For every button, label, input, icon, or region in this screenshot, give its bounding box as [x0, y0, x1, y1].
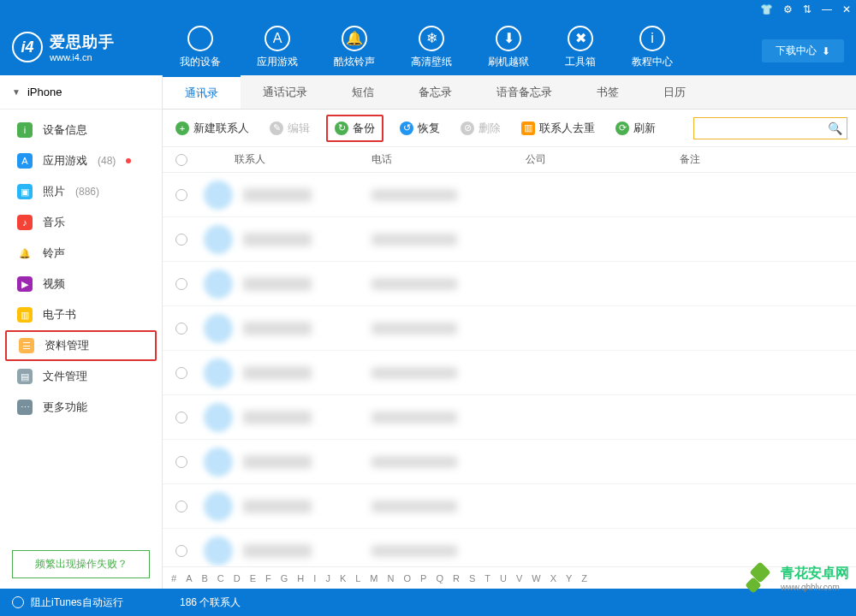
row-checkbox[interactable] — [175, 412, 187, 424]
refresh-icon: ⟳ — [615, 121, 629, 135]
alpha-M[interactable]: M — [370, 573, 377, 583]
delete-icon: ⊘ — [461, 121, 474, 135]
dedup-button[interactable]: ▥联系人去重 — [517, 118, 599, 139]
videos-icon: ▶ — [17, 276, 33, 292]
refresh-button[interactable]: ⟳刷新 — [611, 118, 660, 139]
sidebar-item-ebooks[interactable]: ▥电子书 — [0, 299, 162, 330]
alpha-D[interactable]: D — [234, 573, 241, 583]
row-checkbox[interactable] — [175, 456, 187, 468]
nav-jailbreak[interactable]: ⬇刷机越狱 — [488, 26, 529, 69]
settings-icon[interactable]: ⚙ — [783, 3, 793, 15]
tab-0[interactable]: 通讯录 — [163, 75, 241, 109]
alpha-Y[interactable]: Y — [566, 573, 572, 583]
alpha-Z[interactable]: Z — [581, 573, 587, 583]
edit-button[interactable]: ✎编辑 — [265, 118, 314, 139]
row-checkbox[interactable] — [175, 234, 187, 246]
sidebar-item-files[interactable]: ▤文件管理 — [0, 361, 162, 392]
row-checkbox[interactable] — [175, 189, 187, 201]
sidebar-item-ringtones[interactable]: 🔔铃声 — [0, 238, 162, 269]
sidebar-item-videos[interactable]: ▶视频 — [0, 269, 162, 299]
col-note[interactable]: 备注 — [680, 152, 856, 167]
table-row[interactable] — [163, 484, 856, 529]
row-checkbox[interactable] — [175, 367, 187, 379]
sidebar-item-apps[interactable]: A应用游戏(48) — [0, 145, 162, 176]
alpha-T[interactable]: T — [484, 573, 490, 583]
status-bar: 阻止iTunes自动运行 186 个联系人 — [0, 589, 856, 616]
alpha-B[interactable]: B — [201, 573, 207, 583]
alpha-L[interactable]: L — [355, 573, 360, 583]
delete-button[interactable]: ⊘删除 — [456, 118, 505, 139]
col-contact[interactable]: 联系人 — [200, 152, 372, 167]
help-link[interactable]: 频繁出现操作失败？ — [12, 550, 150, 578]
close-icon[interactable]: ✕ — [842, 3, 851, 15]
tab-2[interactable]: 短信 — [330, 75, 396, 109]
alpha-F[interactable]: F — [265, 573, 271, 583]
alpha-K[interactable]: K — [340, 573, 346, 583]
transfer-icon[interactable]: ⇅ — [803, 3, 811, 15]
table-row[interactable] — [163, 440, 856, 484]
col-company[interactable]: 公司 — [526, 152, 680, 167]
alpha-Q[interactable]: Q — [436, 573, 443, 583]
table-row[interactable] — [163, 351, 856, 395]
new-contact-button[interactable]: +新建联系人 — [171, 118, 253, 139]
alpha-O[interactable]: O — [403, 573, 411, 583]
alpha-X[interactable]: X — [550, 573, 556, 583]
table-row[interactable] — [163, 529, 856, 566]
sidebar-item-more[interactable]: ⋯更多功能 — [0, 392, 162, 423]
tab-3[interactable]: 备忘录 — [396, 75, 474, 109]
row-checkbox[interactable] — [175, 545, 187, 557]
alpha-U[interactable]: U — [500, 573, 507, 583]
nav-toolbox[interactable]: ✖工具箱 — [565, 26, 596, 69]
table-row[interactable] — [163, 306, 856, 351]
alpha-G[interactable]: G — [281, 573, 288, 583]
alpha-C[interactable]: C — [217, 573, 224, 583]
alpha-J[interactable]: J — [325, 573, 330, 583]
alpha-V[interactable]: V — [516, 573, 522, 583]
table-row[interactable] — [163, 217, 856, 262]
row-checkbox[interactable] — [175, 278, 187, 290]
search-input[interactable] — [699, 122, 828, 134]
alpha-#[interactable]: # — [171, 573, 176, 583]
alpha-H[interactable]: H — [297, 573, 304, 583]
skin-icon[interactable]: 👕 — [760, 3, 773, 15]
alpha-S[interactable]: S — [469, 573, 475, 583]
table-row[interactable] — [163, 173, 856, 217]
avatar — [204, 181, 233, 210]
nav-ringtones[interactable]: 🔔酷炫铃声 — [334, 26, 375, 69]
alpha-P[interactable]: P — [420, 573, 426, 583]
alpha-R[interactable]: R — [453, 573, 460, 583]
alpha-A[interactable]: A — [186, 573, 192, 583]
tab-6[interactable]: 日历 — [641, 75, 708, 109]
table-row[interactable] — [163, 395, 856, 440]
table-row[interactable] — [163, 262, 856, 306]
tab-1[interactable]: 通话记录 — [241, 75, 330, 109]
row-checkbox[interactable] — [175, 323, 187, 335]
minimize-icon[interactable]: — — [822, 3, 832, 15]
alpha-N[interactable]: N — [388, 573, 395, 583]
restore-button[interactable]: ↺恢复 — [395, 118, 444, 139]
toolbar: +新建联系人 ✎编辑 ↻备份 ↺恢复 ⊘删除 ▥联系人去重 ⟳刷新 🔍 — [163, 110, 856, 147]
nav-my-device[interactable]: 我的设备 — [180, 26, 221, 69]
nav-wallpapers[interactable]: ❄高清壁纸 — [411, 26, 452, 69]
col-phone[interactable]: 电话 — [372, 152, 526, 167]
select-all-checkbox[interactable] — [175, 154, 187, 166]
search-box[interactable]: 🔍 — [693, 117, 847, 139]
ebooks-icon: ▥ — [17, 307, 33, 323]
download-center-button[interactable]: 下载中心⬇ — [762, 39, 844, 62]
nav-apps-games[interactable]: A应用游戏 — [257, 26, 298, 69]
device-selector[interactable]: ▼ iPhone — [0, 75, 162, 110]
titlebar: 👕 ⚙ ⇅ — ✕ — [0, 0, 856, 19]
sidebar-item-device-info[interactable]: i设备信息 — [0, 115, 162, 145]
sidebar-item-photos[interactable]: ▣照片(886) — [0, 176, 162, 207]
nav-tutorials[interactable]: i教程中心 — [632, 26, 673, 69]
sidebar-item-music[interactable]: ♪音乐 — [0, 207, 162, 238]
sidebar-item-data-manage[interactable]: ☰资料管理 — [5, 330, 157, 361]
row-checkbox[interactable] — [175, 500, 187, 512]
alpha-W[interactable]: W — [532, 573, 540, 583]
alpha-E[interactable]: E — [250, 573, 256, 583]
itunes-toggle[interactable]: 阻止iTunes自动运行 — [31, 595, 123, 610]
tab-5[interactable]: 书签 — [574, 75, 641, 109]
tab-4[interactable]: 语音备忘录 — [474, 75, 574, 109]
backup-button[interactable]: ↻备份 — [326, 115, 383, 142]
alpha-I[interactable]: I — [313, 573, 316, 583]
